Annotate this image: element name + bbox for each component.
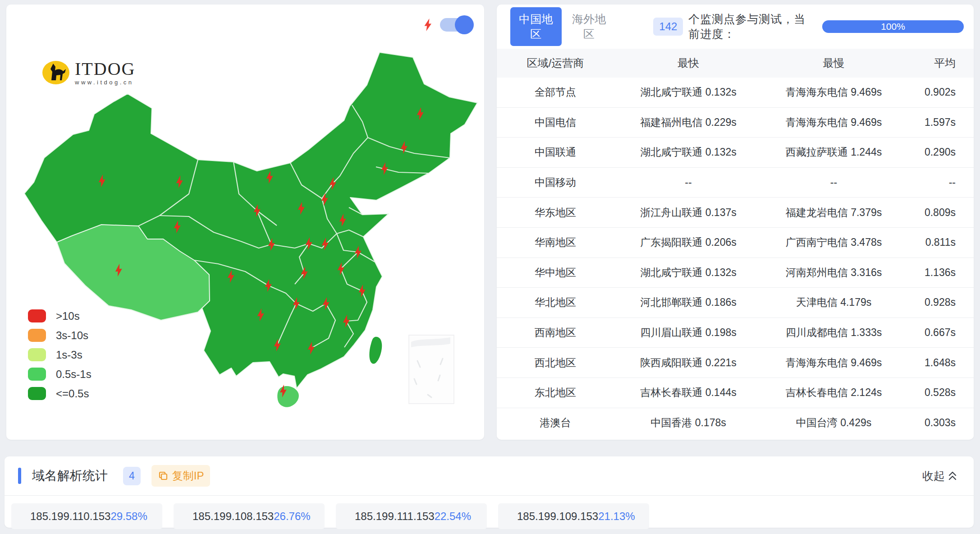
legend-item: 1s-3s (28, 348, 92, 361)
cell-fastest: 四川眉山联通 0.198s (614, 326, 763, 340)
cell-fastest: 湖北咸宁联通 0.132s (614, 145, 763, 159)
legend-swatch (28, 387, 46, 400)
tab-overseas[interactable]: 海外地区 (563, 7, 615, 46)
copy-ip-button[interactable]: 复制IP (151, 465, 211, 487)
cell-region: 中国联通 (497, 145, 614, 159)
cell-average: 0.809s (905, 207, 974, 219)
ip-percent: 22.54% (435, 510, 471, 523)
cell-region: 华北地区 (497, 295, 614, 309)
chevron-up-double-icon (948, 470, 957, 482)
ip-list: 185.199.110.153 29.58% 185.199.108.153 2… (5, 496, 974, 529)
toggle-knob (455, 15, 474, 34)
cell-average: 1.597s (905, 116, 974, 129)
table-row: 华北地区 河北邯郸联通 0.186s 天津电信 4.179s 0.928s (497, 288, 974, 318)
copy-icon (158, 470, 169, 481)
cell-slowest: 中国台湾 0.429s (763, 416, 905, 430)
progress-fill: 100% (822, 20, 964, 33)
collapse-label: 收起 (922, 469, 945, 483)
cell-average: 0.928s (905, 296, 974, 308)
hainan-island (277, 386, 299, 407)
legend-swatch (28, 329, 46, 342)
cell-fastest: -- (614, 176, 763, 189)
panel-toolbar: 中国地区 海外地区 142 个监测点参与测试，当前进度： 100% (497, 5, 974, 49)
header-fastest: 最快 (614, 56, 763, 70)
logo-subtitle: www.itdog.cn (75, 79, 135, 86)
cell-fastest: 广东揭阳联通 0.206s (614, 235, 763, 249)
cell-slowest: 广西南宁电信 3.478s (763, 235, 905, 249)
ip-address: 185.199.110.153 (30, 510, 110, 523)
header-average: 平均 (905, 56, 974, 70)
table-row: 港澳台 中国香港 0.178s 中国台湾 0.429s 0.303s (497, 408, 974, 438)
cell-slowest: 四川成都电信 1.333s (763, 326, 905, 340)
table-header: 区域/运营商 最快 最慢 平均 (497, 49, 974, 78)
cell-average: 1.648s (905, 357, 974, 369)
cell-fastest: 湖北咸宁联通 0.132s (614, 266, 763, 280)
cell-region: 港澳台 (497, 416, 614, 430)
dns-section: 域名解析统计 4 复制IP 收起 185.199.110.153 29.58% (5, 456, 974, 528)
results-panel: 中国地区 海外地区 142 个监测点参与测试，当前进度： 100% 区域/运营商… (497, 5, 974, 440)
legend-item: <=0.5s (28, 387, 92, 400)
cell-region: 华东地区 (497, 206, 614, 220)
cell-average: 0.290s (905, 146, 974, 158)
cell-region: 华南地区 (497, 235, 614, 249)
dns-header: 域名解析统计 4 复制IP 收起 (5, 456, 974, 495)
cell-region: 全部节点 (497, 85, 614, 99)
ip-percent: 21.13% (598, 510, 635, 523)
monitor-count-badge: 142 (653, 18, 683, 36)
cell-fastest: 福建福州电信 0.229s (614, 115, 763, 129)
cell-average: -- (905, 176, 974, 189)
cell-average: 0.528s (905, 387, 974, 399)
section-accent-bar (18, 468, 21, 484)
ip-card: 185.199.110.153 29.58% (11, 503, 162, 529)
cell-slowest: 天津电信 4.179s (763, 295, 905, 309)
tab-china[interactable]: 中国地区 (510, 7, 562, 46)
cell-region: 西南地区 (497, 326, 614, 340)
dns-count-badge: 4 (123, 467, 141, 485)
speed-bolt-icon (423, 18, 433, 32)
ip-card: 185.199.109.153 21.13% (498, 503, 649, 529)
cell-region: 中国移动 (497, 175, 614, 189)
table-row: 华东地区 浙江舟山联通 0.137s 福建龙岩电信 7.379s 0.809s (497, 198, 974, 228)
progress-bar: 100% (822, 20, 964, 33)
dns-title: 域名解析统计 (32, 467, 108, 484)
table-body: 全部节点 湖北咸宁联通 0.132s 青海海东电信 9.469s 0.902s … (497, 78, 974, 437)
legend-swatch (28, 368, 46, 381)
map-card: ITDOG www.itdog.cn >10s 3s-10s 1s-3s (6, 5, 484, 440)
cell-slowest: 福建龙岩电信 7.379s (763, 206, 905, 220)
ip-address: 185.199.108.153 (192, 510, 274, 523)
legend-label: 3s-10s (56, 329, 88, 342)
cell-region: 中国电信 (497, 115, 614, 129)
legend-label: >10s (56, 310, 80, 322)
taiwan-island (369, 337, 382, 364)
logo-title: ITDOG (75, 60, 135, 78)
cell-average: 0.811s (905, 236, 974, 249)
map-toggle-row (423, 18, 472, 32)
cell-slowest: 青海海东电信 9.469s (763, 85, 905, 99)
legend-item: 3s-10s (28, 329, 92, 342)
cell-region: 华中地区 (497, 266, 614, 280)
legend-item: 0.5s-1s (28, 368, 92, 381)
map-mode-toggle[interactable] (440, 18, 472, 32)
legend-swatch (28, 348, 46, 361)
cell-slowest: 吉林长春电信 2.124s (763, 386, 905, 400)
ip-percent: 26.76% (274, 510, 310, 523)
cell-slowest: 青海海东电信 9.469s (763, 356, 905, 370)
cell-slowest: 河南郑州电信 3.316s (763, 266, 905, 280)
monitor-text: 个监测点参与测试，当前进度： (688, 12, 816, 41)
itdog-dog-icon (41, 60, 71, 86)
cell-average: 1.136s (905, 267, 974, 279)
south-sea-inset (409, 335, 454, 404)
table-row: 中国电信 福建福州电信 0.229s 青海海东电信 9.469s 1.597s (497, 108, 974, 138)
cell-fastest: 中国香港 0.178s (614, 416, 763, 430)
cell-slowest: 西藏拉萨联通 1.244s (763, 145, 905, 159)
collapse-button[interactable]: 收起 (920, 468, 960, 484)
header-region: 区域/运营商 (497, 56, 614, 70)
cell-fastest: 陕西咸阳联通 0.221s (614, 356, 763, 370)
cell-region: 东北地区 (497, 386, 614, 400)
table-row: 中国移动 -- -- -- (497, 168, 974, 198)
itdog-logo: ITDOG www.itdog.cn (41, 60, 135, 86)
table-row: 全部节点 湖北咸宁联通 0.132s 青海海东电信 9.469s 0.902s (497, 78, 974, 108)
cell-fastest: 浙江舟山联通 0.137s (614, 206, 763, 220)
cell-slowest: 青海海东电信 9.469s (763, 115, 905, 129)
table-row: 华中地区 湖北咸宁联通 0.132s 河南郑州电信 3.316s 1.136s (497, 258, 974, 288)
